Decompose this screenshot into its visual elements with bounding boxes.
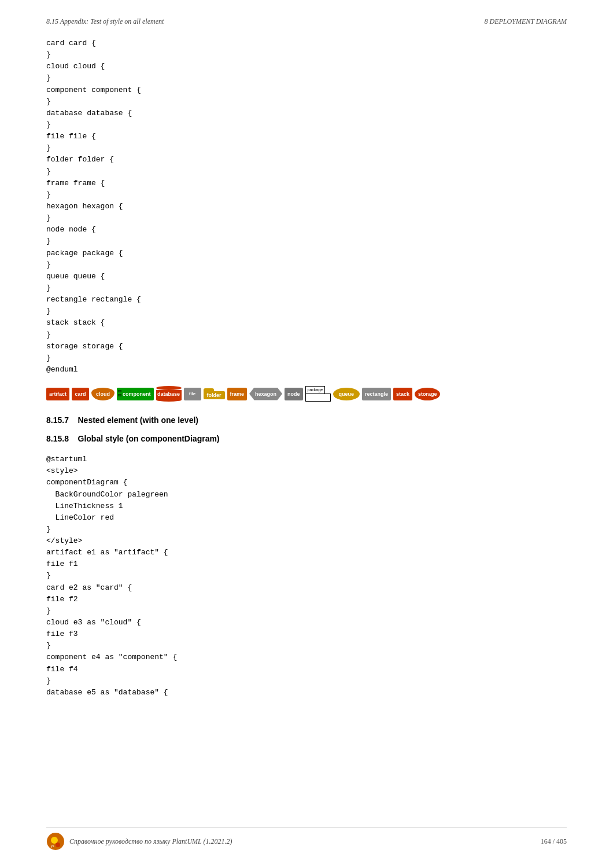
diagram-strip: artifactcardcloudcomponentdatabasefilefo… [46,386,567,402]
diagram-element-stack: stack [393,388,412,400]
section-number-2: 8.15.8 [46,434,69,443]
diagram-element-node: node [285,388,303,400]
page-footer: P Справочное руководство по языку PlantU… [46,827,567,851]
section-title-1: Nested element (with one level) [78,415,199,425]
diagram-element-rectangle: rectangle [362,388,391,400]
section-heading-1: 8.15.7 Nested element (with one level) [46,415,567,425]
header-right: 8 DEPLOYMENT DIAGRAM [485,17,567,26]
page: 8.15 Appendix: Test of style on all elem… [0,0,613,868]
footer-text: Справочное руководство по языку PlantUML… [69,837,232,846]
diagram-element-package: package [305,386,331,402]
diagram-element-hexagon: hexagon [249,388,282,400]
footer-left: P Справочное руководство по языку PlantU… [46,832,232,851]
diagram-element-artifact: artifact [46,388,69,400]
diagram-element-queue: queue [333,388,360,400]
code-block-1: card card { } cloud cloud { } component … [46,38,567,376]
section-title-2: Global style (on componentDiagram) [78,434,220,443]
diagram-element-cloud: cloud [91,388,115,400]
footer-page: 164 / 405 [541,837,567,846]
code-block-2: @startuml <style> componentDiagram { Bac… [46,454,567,698]
diagram-element-folder: folder [204,388,225,399]
diagram-element-storage: storage [415,388,440,400]
page-header: 8.15 Appendix: Test of style on all elem… [46,17,567,26]
diagram-element-card: card [72,388,89,400]
section-heading-2: 8.15.8 Global style (on componentDiagram… [46,434,567,443]
svg-point-1 [51,837,58,844]
diagram-element-file: file [184,388,201,400]
section-number-1: 8.15.7 [46,415,69,425]
diagram-element-database: database [156,386,182,402]
diagram-element-frame: frame [227,388,248,400]
svg-text:P: P [51,844,54,849]
diagram-element-component: component [117,388,154,400]
header-left: 8.15 Appendix: Test of style on all elem… [46,17,164,26]
plantuml-logo: P [46,832,65,851]
svg-point-2 [56,843,60,847]
